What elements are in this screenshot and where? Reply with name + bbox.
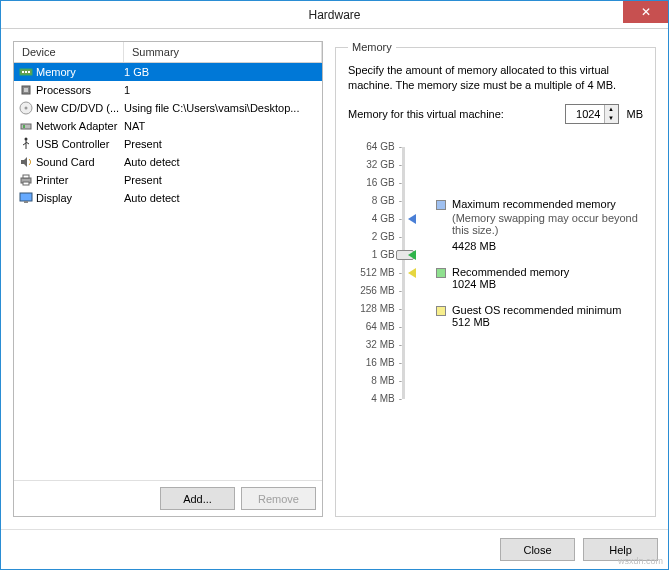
device-row-display[interactable]: DisplayAuto detect bbox=[14, 189, 322, 207]
svg-rect-14 bbox=[20, 193, 32, 201]
svg-point-10 bbox=[25, 138, 28, 141]
window-title: Hardware bbox=[308, 8, 360, 22]
memory-spinner[interactable]: ▲ ▼ bbox=[565, 104, 619, 124]
memory-input-label: Memory for this virtual machine: bbox=[348, 108, 557, 120]
display-icon bbox=[18, 190, 34, 206]
slider-label: 8 MB- bbox=[348, 372, 402, 390]
device-label: Network Adapter bbox=[36, 120, 124, 132]
device-label: New CD/DVD (... bbox=[36, 102, 124, 114]
cpu-icon bbox=[18, 82, 34, 98]
device-summary: Using file C:\Users\vamsi\Desktop... bbox=[124, 102, 318, 114]
device-summary: NAT bbox=[124, 120, 318, 132]
legend-rec-value: 1024 MB bbox=[452, 278, 569, 290]
svg-rect-3 bbox=[28, 71, 30, 73]
device-summary: Present bbox=[124, 174, 318, 186]
slider-label: 64 MB- bbox=[348, 318, 402, 336]
slider-label: 256 MB- bbox=[348, 282, 402, 300]
device-row-processors[interactable]: Processors1 bbox=[14, 81, 322, 99]
device-label: Printer bbox=[36, 174, 124, 186]
memory-unit: MB bbox=[627, 108, 644, 120]
legend-min-value: 512 MB bbox=[452, 316, 621, 328]
slider-label: 32 MB- bbox=[348, 336, 402, 354]
device-label: Sound Card bbox=[36, 156, 124, 168]
device-row-usb-controller[interactable]: USB ControllerPresent bbox=[14, 135, 322, 153]
device-summary: Auto detect bbox=[124, 156, 318, 168]
memory-group-title: Memory bbox=[348, 41, 396, 53]
slider-label: 2 GB- bbox=[348, 228, 402, 246]
slider-label: 4 GB- bbox=[348, 210, 402, 228]
column-summary[interactable]: Summary bbox=[124, 42, 322, 62]
slider-label: 16 GB- bbox=[348, 174, 402, 192]
legend-min-title: Guest OS recommended minimum bbox=[452, 304, 621, 316]
marker-recommended-icon bbox=[408, 250, 416, 260]
spinner-up-button[interactable]: ▲ bbox=[605, 105, 618, 114]
slider-label: 64 GB- bbox=[348, 138, 402, 156]
legend-min-swatch bbox=[436, 306, 446, 316]
legend-rec-swatch bbox=[436, 268, 446, 278]
device-summary: 1 bbox=[124, 84, 318, 96]
device-row-printer[interactable]: PrinterPresent bbox=[14, 171, 322, 189]
legend-rec-title: Recommended memory bbox=[452, 266, 569, 278]
device-row-network-adapter[interactable]: Network AdapterNAT bbox=[14, 117, 322, 135]
memory-description: Specify the amount of memory allocated t… bbox=[348, 63, 643, 94]
device-summary: Present bbox=[124, 138, 318, 150]
slider-label: 512 MB- bbox=[348, 264, 402, 282]
svg-rect-1 bbox=[22, 71, 24, 73]
svg-rect-5 bbox=[24, 88, 28, 92]
legend-max-title: Maximum recommended memory bbox=[452, 198, 643, 210]
svg-rect-15 bbox=[24, 201, 28, 203]
memory-icon bbox=[18, 64, 34, 80]
svg-rect-8 bbox=[21, 124, 31, 129]
network-icon bbox=[18, 118, 34, 134]
slider-label: 32 GB- bbox=[348, 156, 402, 174]
disc-icon bbox=[18, 100, 34, 116]
device-list[interactable]: Device Summary Memory1 GBProcessors1New … bbox=[14, 42, 322, 480]
usb-icon bbox=[18, 136, 34, 152]
slider-label: 1 GB- bbox=[348, 246, 402, 264]
legend-max-swatch bbox=[436, 200, 446, 210]
slider-track bbox=[402, 147, 405, 399]
remove-button[interactable]: Remove bbox=[241, 487, 316, 510]
device-label: Processors bbox=[36, 84, 124, 96]
marker-min-icon bbox=[408, 268, 416, 278]
svg-rect-2 bbox=[25, 71, 27, 73]
legend-max-value: 4428 MB bbox=[452, 240, 643, 252]
svg-rect-12 bbox=[23, 175, 29, 178]
device-row-memory[interactable]: Memory1 GB bbox=[14, 63, 322, 81]
legend-rec: Recommended memory 1024 MB bbox=[436, 266, 643, 302]
svg-rect-9 bbox=[23, 125, 25, 128]
spinner-down-button[interactable]: ▼ bbox=[605, 114, 618, 123]
svg-point-7 bbox=[25, 107, 28, 110]
slider-label: 8 GB- bbox=[348, 192, 402, 210]
add-button[interactable]: Add... bbox=[160, 487, 235, 510]
column-device[interactable]: Device bbox=[14, 42, 124, 62]
device-label: USB Controller bbox=[36, 138, 124, 150]
device-summary: Auto detect bbox=[124, 192, 318, 204]
marker-max-icon bbox=[408, 214, 416, 224]
legend-min: Guest OS recommended minimum 512 MB bbox=[436, 304, 643, 340]
watermark: wsxdn.com bbox=[618, 556, 663, 566]
title-bar: Hardware ✕ bbox=[1, 1, 668, 29]
printer-icon bbox=[18, 172, 34, 188]
legend-max: Maximum recommended memory (Memory swapp… bbox=[436, 198, 643, 264]
slider-label: 128 MB- bbox=[348, 300, 402, 318]
device-label: Memory bbox=[36, 66, 124, 78]
memory-group: Memory Specify the amount of memory allo… bbox=[335, 41, 656, 517]
close-button[interactable]: Close bbox=[500, 538, 575, 561]
device-summary: 1 GB bbox=[124, 66, 318, 78]
memory-slider[interactable] bbox=[402, 138, 428, 506]
memory-input[interactable] bbox=[566, 105, 604, 123]
slider-label: 4 MB- bbox=[348, 390, 402, 408]
legend-max-note: (Memory swapping may occur beyond this s… bbox=[452, 212, 643, 236]
device-row-new-cd-dvd-[interactable]: New CD/DVD (...Using file C:\Users\vamsi… bbox=[14, 99, 322, 117]
window-close-button[interactable]: ✕ bbox=[623, 1, 668, 23]
device-panel: Device Summary Memory1 GBProcessors1New … bbox=[13, 41, 323, 517]
svg-rect-13 bbox=[23, 182, 29, 185]
sound-icon bbox=[18, 154, 34, 170]
list-header: Device Summary bbox=[14, 42, 322, 63]
device-label: Display bbox=[36, 192, 124, 204]
slider-label: 16 MB- bbox=[348, 354, 402, 372]
device-row-sound-card[interactable]: Sound CardAuto detect bbox=[14, 153, 322, 171]
